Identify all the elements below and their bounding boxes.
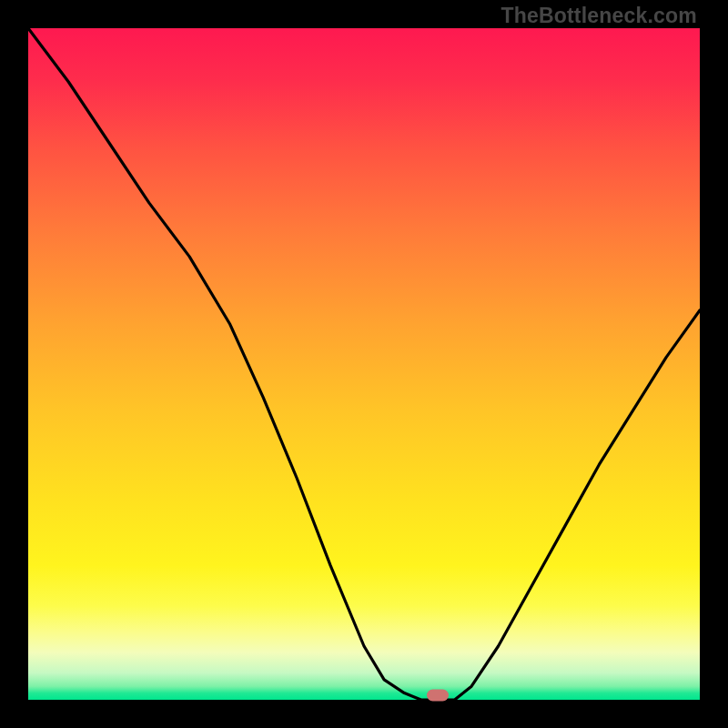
chart-frame: TheBottleneck.com [0, 0, 728, 728]
watermark-label: TheBottleneck.com [500, 4, 697, 28]
optimal-marker [427, 690, 449, 702]
curve-path [28, 28, 700, 700]
bottleneck-curve [28, 28, 700, 700]
